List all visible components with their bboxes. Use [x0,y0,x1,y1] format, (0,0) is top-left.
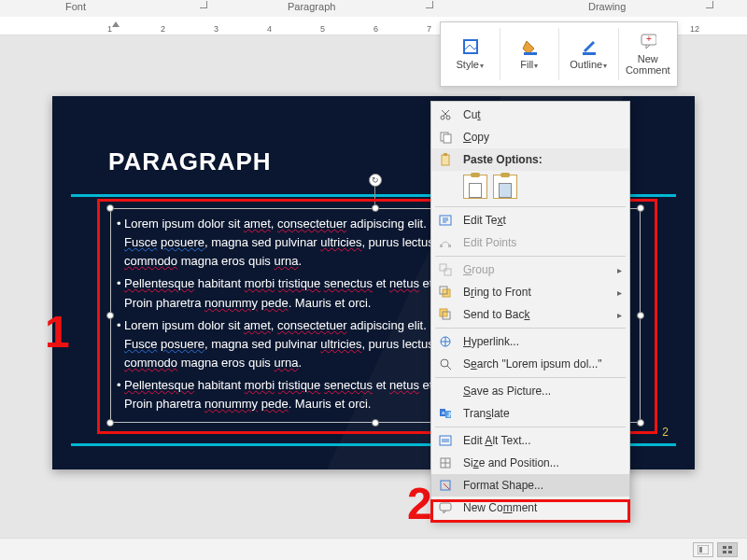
ctx-size-and-position[interactable]: Size and Position... [431,452,629,474]
view-sorter-button[interactable] [717,542,738,557]
mini-toolbar: Style▾ Fill▾ Outline▾ + New Comment [440,21,678,87]
annotation-box-2 [430,499,630,523]
annotation-number-2: 2 [407,478,432,529]
ruler-number: 12 [690,24,699,34]
outline-pen-icon [580,38,597,55]
svg-rect-16 [443,289,450,297]
ctx-hyperlink[interactable]: Hyperlink... [431,330,629,353]
svg-text:+: + [646,34,652,44]
svg-rect-31 [699,547,702,553]
svg-rect-33 [728,546,732,549]
svg-rect-32 [723,546,726,549]
send-back-icon [437,306,454,323]
indent-marker[interactable] [112,21,120,27]
paste-option-keep-source[interactable] [463,175,487,199]
ruler-number: 5 [320,24,325,34]
edit-text-icon [437,212,454,229]
comment-icon: + [640,33,656,49]
ctx-format-shape[interactable]: Format Shape... [431,474,629,497]
translate-icon: aあ [437,405,454,422]
ctx-bring-to-front[interactable]: Bring to Front▸ [431,281,629,303]
svg-rect-8 [444,134,451,143]
ruler-number: 1 [107,24,112,34]
ctx-cut[interactable]: Cut [431,104,629,126]
mini-fill-button[interactable]: Fill▾ [500,22,559,86]
slide-title: PARAGRAPH [108,147,272,176]
scissors-icon [437,106,454,123]
ctx-edit-alt-text[interactable]: Edit Alt Text... [431,429,629,452]
ctx-paste-options-header: Paste Options: [431,148,629,171]
ctx-save-as-picture[interactable]: Save as Picture... [431,380,629,402]
svg-rect-35 [728,551,732,553]
ribbon-group-paragraph-launcher[interactable] [426,1,433,8]
mini-style-button[interactable]: Style▾ [441,22,500,86]
bring-front-icon [437,284,454,301]
view-normal-button[interactable] [693,542,713,557]
ctx-edit-points: Edit Points [431,231,629,254]
ribbon-group-drawing-launcher[interactable] [706,1,713,8]
ruler-number: 2 [161,24,165,34]
svg-point-5 [441,116,444,119]
svg-rect-2 [583,52,596,55]
svg-point-21 [441,359,448,367]
ribbon-group-font-launcher[interactable] [200,1,207,8]
hyperlink-icon [437,333,454,350]
ruler-number: 3 [214,24,218,34]
ctx-group: Group▸ [431,259,629,281]
group-icon [437,261,454,278]
ribbon-group-paragraph: Paragraph [288,1,335,12]
ctx-search[interactable]: Search "Lorem ipsum dol..." [431,353,629,375]
ribbon-group-font: Font [65,1,86,12]
fill-bucket-icon [521,38,538,55]
ribbon-group-drawing: Drawing [588,1,626,12]
format-shape-icon [437,477,454,494]
status-bar [0,538,747,560]
rotation-handle[interactable]: ↻ [369,174,382,187]
size-position-icon [437,455,454,471]
ruler-number: 7 [427,24,431,34]
svg-rect-12 [440,245,443,247]
copy-icon [437,129,454,146]
svg-point-6 [446,116,450,119]
clipboard-icon [437,151,454,168]
svg-rect-9 [442,155,449,165]
svg-rect-15 [444,269,451,275]
ctx-paste-options [431,171,629,204]
document-canvas[interactable]: PARAGRAPH 2 ↻ Lorem ipsum dolor sit amet… [0,35,747,538]
ctx-send-to-back[interactable]: Send to Back▸ [431,303,629,326]
mini-outline-button[interactable]: Outline▾ [559,22,618,86]
paste-option-picture[interactable] [493,175,517,199]
ctx-edit-text[interactable]: Edit Text [431,209,629,231]
svg-rect-26 [440,436,451,445]
blank-icon [437,383,454,399]
annotation-number-1: 1 [45,306,70,357]
ruler-number: 4 [267,24,272,34]
svg-rect-34 [723,551,726,553]
svg-rect-0 [464,40,477,53]
svg-rect-13 [448,245,451,247]
style-icon [461,38,478,55]
ruler-number: 6 [374,24,378,34]
alt-text-icon [437,432,454,449]
mini-new-comment-button[interactable]: + New Comment [619,22,678,86]
svg-rect-30 [698,545,709,554]
svg-text:あ: あ [447,412,452,418]
context-menu: Cut Copy Paste Options: Edit Text Edit P… [430,101,630,522]
ctx-copy[interactable]: Copy [431,126,629,148]
ctx-translate[interactable]: aあ Translate [431,402,629,425]
ribbon-group-labels: Font Paragraph Drawing [0,0,747,17]
svg-rect-18 [440,309,447,316]
search-icon [437,356,454,372]
edit-points-icon [437,234,454,251]
svg-rect-10 [444,153,447,156]
svg-rect-1 [524,52,537,55]
svg-rect-14 [440,264,446,271]
slide-page-number: 2 [662,426,669,439]
